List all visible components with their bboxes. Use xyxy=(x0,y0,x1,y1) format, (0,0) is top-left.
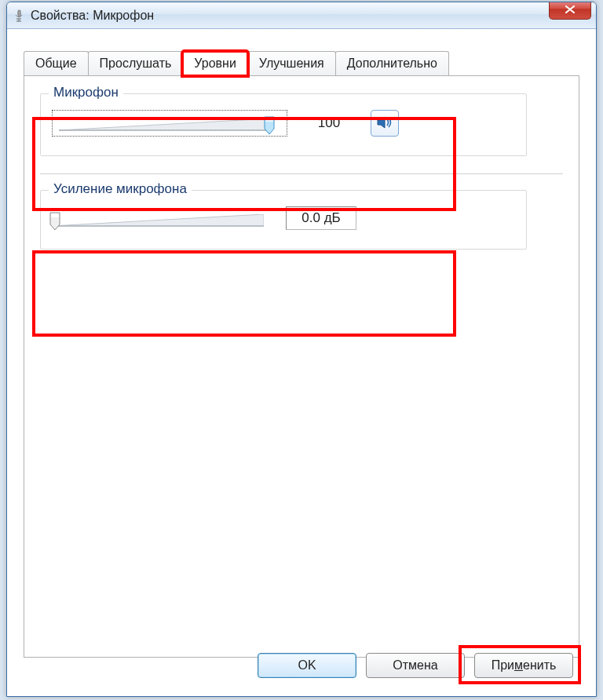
svg-rect-0 xyxy=(18,10,20,16)
titlebar[interactable]: Свойства: Микрофон xyxy=(7,2,596,29)
close-icon xyxy=(565,3,576,16)
speaker-icon xyxy=(376,115,393,133)
properties-dialog: Свойства: Микрофон Общие Прослушать Уров… xyxy=(6,2,597,697)
microphone-value: 100 xyxy=(294,111,364,135)
mic-boost-group: Усиление микрофона xyxy=(40,190,527,250)
divider xyxy=(40,173,563,174)
tab-advanced[interactable]: Дополнительно xyxy=(335,51,449,76)
microphone-group: Микрофон xyxy=(40,93,527,156)
mic-boost-legend: Усиление микрофона xyxy=(49,181,192,197)
close-button[interactable] xyxy=(549,2,591,20)
window-title: Свойства: Микрофон xyxy=(31,9,154,23)
client-area: Общие Прослушать Уровни Улучшения Дополн… xyxy=(15,37,588,688)
svg-marker-1 xyxy=(59,118,271,130)
tab-enhancements[interactable]: Улучшения xyxy=(247,51,336,76)
svg-marker-3 xyxy=(52,214,264,226)
microphone-legend: Микрофон xyxy=(49,85,123,100)
microphone-slider[interactable] xyxy=(52,110,287,137)
microphone-app-icon xyxy=(12,9,26,23)
highlight-boost-group xyxy=(32,250,456,337)
tab-levels[interactable]: Уровни xyxy=(182,51,248,76)
tab-general[interactable]: Общие xyxy=(24,51,89,76)
apply-button[interactable]: Применить xyxy=(474,653,573,678)
mute-toggle-button[interactable] xyxy=(371,110,399,137)
mic-boost-slider[interactable] xyxy=(52,206,280,230)
tab-strip: Общие Прослушать Уровни Улучшения Дополн… xyxy=(16,38,587,75)
mic-boost-value: 0.0 дБ xyxy=(286,206,356,230)
levels-tabpanel: Микрофон xyxy=(24,75,579,658)
microphone-slider-thumb[interactable] xyxy=(263,115,276,136)
ok-button[interactable]: OK xyxy=(258,653,356,678)
dialog-button-row: OK Отмена Применить xyxy=(258,653,573,678)
mic-boost-slider-thumb[interactable] xyxy=(49,211,61,232)
cancel-button[interactable]: Отмена xyxy=(366,653,465,678)
tab-listen[interactable]: Прослушать xyxy=(88,51,184,76)
